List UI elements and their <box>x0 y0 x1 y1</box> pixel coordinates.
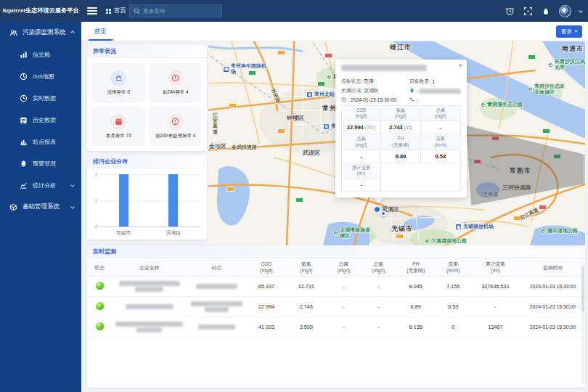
cod-value: 22.994 <box>247 297 287 317</box>
sidebar-item-label: 实时数据 <box>33 94 74 102</box>
card-24h-abnormal[interactable]: 前24h异常 4 <box>150 63 203 102</box>
user-avatar[interactable] <box>559 5 571 17</box>
map-park-label: 黄泗浦生态公园 <box>481 101 523 108</box>
col-header: 总氮(mg/l) <box>361 258 396 277</box>
tp-value: - <box>326 297 361 317</box>
park-icon <box>541 229 546 234</box>
monitor-time: 2024-01-23 15:30:00 <box>520 317 585 338</box>
search-input[interactable] <box>143 8 218 15</box>
gridline <box>99 200 201 201</box>
status-online-icon <box>96 322 104 330</box>
sidebar-item-warning-manage[interactable]: 预警管理 <box>0 152 81 174</box>
enterprise-distribution-panel: 排污企业分布 2 1 0 无锡市 滨湖区 <box>87 155 207 240</box>
topbar: Squirrel生态环境云服务平台 首页 <box>0 0 588 22</box>
popup-fields: 设备状态:在用 设备数量:1 所属区域:滨湖区 : :2024-01-23 15… <box>341 78 461 102</box>
sidebar-section-base-manage[interactable]: 基础管理系统 <box>0 196 81 218</box>
ph-value: 8.045 <box>396 277 436 297</box>
panel-title: 实时监测 <box>87 245 585 258</box>
alert-circle-icon <box>168 114 184 130</box>
sidebar-item-history-data[interactable]: 历史数据 <box>0 109 81 131</box>
sidebar-item-gis-map[interactable]: GIS地图 <box>0 65 81 87</box>
monitor-table: 状态 企业名称 站点 COD(mg/l) 氨氮(mg/l) 总磷(mg/l) 总… <box>87 258 585 338</box>
card-24h-unhandled-abnormal[interactable]: 前24h未处理异常 4 <box>150 107 203 146</box>
station-map-marker[interactable] <box>380 211 386 216</box>
station-name-redacted <box>187 317 246 338</box>
table-row[interactable]: 41.933 3.593 - - 8.135 0 13467 2024-01-2… <box>87 317 585 338</box>
col-header: 状态 <box>87 258 112 277</box>
sidebar-item-statistics[interactable]: 统计分析 <box>0 174 81 196</box>
sidebar-section-label: 污染源监测系统 <box>23 28 66 37</box>
location-pin-icon <box>409 88 415 94</box>
screenshot-icon[interactable] <box>523 6 533 16</box>
nh3n-value: 3.593 <box>286 317 326 338</box>
flame-icon[interactable] <box>541 6 551 16</box>
abnormal-status-panel: 异常状况 运维异常 0 前24h异常 4 <box>87 45 207 151</box>
table-row[interactable]: 65.437 12.731 - - 8.045 7.155 327636.531… <box>87 277 585 297</box>
y-tick: 2 <box>91 172 97 177</box>
tp-value: - <box>326 317 361 338</box>
clock-icon <box>341 97 346 102</box>
sidebar-item-label: GIS地图 <box>33 73 74 81</box>
map-park-label: 长青沙滨江风光带 <box>548 59 585 70</box>
road-badge <box>226 187 234 192</box>
park-icon <box>548 62 553 68</box>
company-name-redacted <box>112 277 187 297</box>
road-badge <box>277 128 285 134</box>
train-station-icon: ≡ <box>323 123 330 130</box>
map-airport-label: ✈无锡硕放机场 <box>455 223 494 230</box>
card-label: 前24h异常 <box>163 89 184 94</box>
cod-value: 65.437 <box>247 277 287 297</box>
menu-search[interactable] <box>129 4 222 17</box>
sidebar-item-label: 预警管理 <box>33 160 74 168</box>
park-icon <box>327 75 332 80</box>
road-badge <box>528 54 536 60</box>
flow-value: 0.53 <box>436 297 470 317</box>
sidebar-item-realtime-data[interactable]: 实时数据 <box>0 87 81 109</box>
tab-home[interactable]: 首页 <box>89 22 113 41</box>
map-city-label: 靖江市 <box>390 43 412 52</box>
bar-wuxi <box>119 174 128 226</box>
sidebar-item-station-report[interactable]: 站点报表 <box>0 131 81 152</box>
map-park-label: 惠丰湿地公园 <box>541 227 578 234</box>
nh3n-value: 2.743 <box>286 297 326 317</box>
menu-toggle-icon[interactable] <box>87 6 97 16</box>
col-header: 企业名称 <box>112 258 187 277</box>
col-header: 氨氮(mg/l) <box>286 258 326 277</box>
card-count: 0 <box>127 89 130 94</box>
gis-map[interactable]: 靖江市 南通市 常州市 钟楼区 ≡常州站 ≡常州北站 新龙生态林 ✈常州奔牛国际… <box>208 41 585 245</box>
map-district-label: 钟楼区 <box>287 114 304 122</box>
road-badge <box>396 234 404 239</box>
topbar-actions <box>505 0 582 22</box>
sidebar-section-label: 基础管理系统 <box>23 203 66 211</box>
sidebar-section-pollution[interactable]: 污染源监测系统 <box>0 22 81 44</box>
field-label: : <box>348 97 349 102</box>
chevron-down-icon[interactable] <box>579 9 583 13</box>
metric-header: 氨氮(mg/l) <box>381 106 420 121</box>
cube-icon <box>9 203 17 211</box>
card-month-abnormal[interactable]: 本月异常 74 <box>92 107 145 146</box>
sidebar-item-dashboard[interactable]: 信息舱 <box>0 44 81 65</box>
alarm-icon[interactable] <box>505 6 515 16</box>
app-logo: Squirrel生态环境云服务平台 <box>0 0 81 22</box>
dashboard-icon <box>20 51 28 59</box>
map-district-label: 武进区 <box>303 149 320 157</box>
map-road-label: 江宜高速 <box>213 113 220 135</box>
x-axis <box>99 226 201 227</box>
col-header: PH(无量纲) <box>396 258 436 277</box>
station-name-redacted <box>341 65 427 71</box>
road-badge <box>324 53 332 58</box>
card-count: 4 <box>193 133 196 138</box>
road-badge <box>277 50 285 55</box>
card-operation-abnormal[interactable]: 运维异常 0 <box>92 63 145 102</box>
x-category: 无锡市 <box>116 229 131 237</box>
topbar-home-tab[interactable]: 首页 <box>106 0 126 22</box>
card-label: 运维异常 <box>107 89 126 94</box>
more-button[interactable]: 更多 <box>556 25 582 38</box>
map-city-label: 南通市 <box>562 44 584 54</box>
close-icon[interactable]: × <box>459 62 462 69</box>
scrollbar-thumb[interactable] <box>581 266 584 312</box>
main-content: 首页 更多 异常状况 运维异常 0 前24h异 <box>81 22 588 392</box>
table-row[interactable]: 22.994 2.743 - - 6.89 0.53 - 2024-01-23 … <box>87 297 585 317</box>
metric-value: 6.89 <box>381 150 420 163</box>
field-label: 所属区域: <box>341 87 362 94</box>
